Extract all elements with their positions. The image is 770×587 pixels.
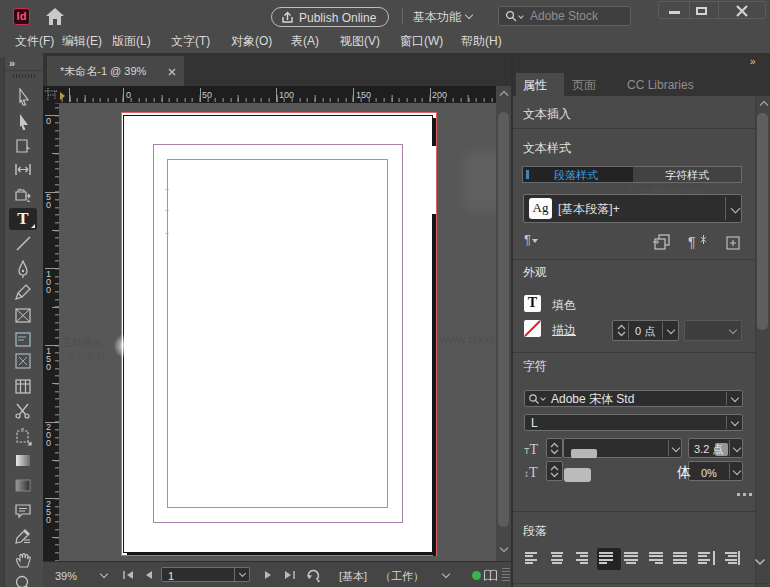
svg-text:¶: ¶ <box>688 234 696 250</box>
